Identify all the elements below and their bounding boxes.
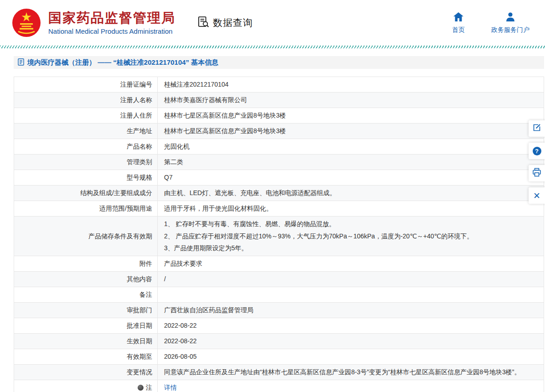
row-label: 管理类别 bbox=[14, 155, 158, 170]
row-label: 注册人住所 bbox=[14, 108, 158, 123]
row-label: 生产地址 bbox=[14, 124, 158, 139]
row-value: 适用于牙科，用于使光固化材料固化。 bbox=[158, 201, 544, 216]
row-value: 第二类 bbox=[158, 155, 544, 170]
row-value: 由主机、LED灯、遮光板、充电座、电池和电源适配器组成。 bbox=[158, 186, 544, 201]
feedback-edit-button[interactable] bbox=[529, 120, 545, 137]
print-button[interactable] bbox=[529, 165, 545, 181]
table-row: 适用范围/预期用途适用于牙科，用于使光固化材料固化。 bbox=[14, 201, 544, 217]
row-label: 生效日期 bbox=[14, 334, 158, 349]
table-row: 产品名称光固化机 bbox=[14, 139, 544, 155]
row-value: 广西壮族自治区药品监督管理局 bbox=[158, 303, 544, 318]
row-label: 注 bbox=[14, 380, 158, 392]
row-value: 桂林市七星区高新区信息产业园8号地块3楼 bbox=[158, 108, 544, 123]
row-value: 产品技术要求 bbox=[158, 256, 544, 271]
row-value: 桂林市美嘉医疗器械有限公司 bbox=[158, 93, 544, 108]
row-value: / bbox=[158, 272, 544, 287]
data-query-nav[interactable]: 数据查询 bbox=[197, 16, 253, 30]
table-row: 注册证编号桂械注准20212170104 bbox=[14, 77, 544, 93]
table-row: 其他内容/ bbox=[14, 272, 544, 287]
row-label: 附件 bbox=[14, 256, 158, 271]
top-nav: 首页 政务服务门户 bbox=[452, 12, 530, 34]
edit-icon bbox=[532, 123, 541, 134]
row-label: 批准日期 bbox=[14, 318, 158, 333]
row-label: 注册人名称 bbox=[14, 93, 158, 108]
breadcrumb: 境内医疗器械（注册） —— “桂械注准20212170104” 基本信息 bbox=[14, 56, 544, 69]
row-value: 光固化机 bbox=[158, 139, 544, 154]
table-row: 变更情况同意该产品企业住所及生产地址由“桂林市七星区高新区信息产业园8-3号”变… bbox=[14, 365, 544, 380]
site-subtitle: National Medical Products Administration bbox=[48, 27, 175, 35]
table-row: 注册人住所桂林市七星区高新区信息产业园8号地块3楼 bbox=[14, 108, 544, 124]
info-table: 注册证编号桂械注准20212170104注册人名称桂林市美嘉医疗器械有限公司注册… bbox=[14, 77, 544, 392]
close-toolbar-button[interactable]: ✕ bbox=[529, 187, 545, 204]
row-label: 结构及组成/主要组成成分 bbox=[14, 186, 158, 201]
row-value: 2026-08-05 bbox=[158, 349, 544, 364]
row-value: 2022-08-22 bbox=[158, 334, 544, 349]
row-label: 适用范围/预期用途 bbox=[14, 201, 158, 216]
row-value: 同意该产品企业住所及生产地址由“桂林市七星区高新区信息产业园8-3号”变更为“桂… bbox=[158, 365, 544, 380]
row-value: 桂械注准20212170104 bbox=[158, 77, 544, 92]
table-row: 注详情 bbox=[14, 380, 544, 392]
data-query-icon bbox=[197, 16, 210, 30]
row-value: 1、 贮存时不要与有毒、有腐蚀性、易燃、易爆的物品混放。 2、 产品应贮存于相对… bbox=[158, 217, 544, 256]
national-emblem-logo bbox=[12, 8, 41, 37]
row-label: 产品储存条件及有效期 bbox=[14, 217, 158, 256]
main-content: 境内医疗器械（注册） —— “桂械注准20212170104” 基本信息 注册证… bbox=[0, 48, 545, 392]
nav-portal[interactable]: 政务服务门户 bbox=[491, 12, 530, 34]
row-label: 有效期至 bbox=[14, 349, 158, 364]
table-row: 注册人名称桂林市美嘉医疗器械有限公司 bbox=[14, 93, 544, 108]
row-label: 变更情况 bbox=[14, 365, 158, 380]
site-title: 国家药品监督管理局 bbox=[48, 10, 175, 26]
national-emblem-icon bbox=[12, 8, 41, 37]
row-label: 注册证编号 bbox=[14, 77, 158, 92]
nav-portal-label: 政务服务门户 bbox=[491, 26, 530, 34]
table-row: 附件产品技术要求 bbox=[14, 256, 544, 272]
note-icon bbox=[138, 385, 144, 391]
side-toolbar: ? ✕ bbox=[529, 120, 545, 204]
row-value: 桂林市七星区高新区信息产业园8号地块3楼 bbox=[158, 124, 544, 139]
table-row: 管理类别第二类 bbox=[14, 155, 544, 170]
detail-link[interactable]: 详情 bbox=[164, 382, 177, 392]
row-value bbox=[158, 287, 544, 302]
table-row: 有效期至2026-08-05 bbox=[14, 349, 544, 365]
row-label: 产品名称 bbox=[14, 139, 158, 154]
table-row: 批准日期2022-08-22 bbox=[14, 318, 544, 334]
help-icon: ? bbox=[533, 147, 541, 155]
table-row: 型号规格Q7 bbox=[14, 170, 544, 186]
data-query-label: 数据查询 bbox=[213, 16, 253, 29]
row-value: 详情 bbox=[158, 380, 544, 392]
row-label: 审批部门 bbox=[14, 303, 158, 318]
table-row: 生效日期2022-08-22 bbox=[14, 334, 544, 349]
close-icon: ✕ bbox=[533, 191, 540, 200]
help-button[interactable]: ? bbox=[529, 143, 545, 159]
row-value: 2022-08-22 bbox=[158, 318, 544, 333]
user-icon bbox=[505, 12, 515, 24]
table-row: 产品储存条件及有效期1、 贮存时不要与有毒、有腐蚀性、易燃、易爆的物品混放。 2… bbox=[14, 217, 544, 256]
document-icon bbox=[18, 58, 24, 67]
row-label: 型号规格 bbox=[14, 170, 158, 185]
row-value: Q7 bbox=[158, 170, 544, 185]
table-row: 备注 bbox=[14, 287, 544, 303]
print-icon bbox=[532, 168, 541, 179]
nav-home-label: 首页 bbox=[452, 26, 465, 34]
table-row: 结构及组成/主要组成成分由主机、LED灯、遮光板、充电座、电池和电源适配器组成。 bbox=[14, 186, 544, 201]
site-brand: 国家药品监督管理局 National Medical Products Admi… bbox=[48, 10, 175, 35]
home-icon bbox=[453, 12, 464, 24]
site-header: 国家药品监督管理局 National Medical Products Admi… bbox=[0, 0, 545, 46]
row-label: 备注 bbox=[14, 287, 158, 302]
table-row: 审批部门广西壮族自治区药品监督管理局 bbox=[14, 303, 544, 318]
nav-home[interactable]: 首页 bbox=[452, 12, 465, 34]
breadcrumb-title: 境内医疗器械（注册） —— “桂械注准20212170104” 基本信息 bbox=[27, 58, 218, 67]
row-label: 其他内容 bbox=[14, 272, 158, 287]
table-row: 生产地址桂林市七星区高新区信息产业园8号地块3楼 bbox=[14, 124, 544, 139]
